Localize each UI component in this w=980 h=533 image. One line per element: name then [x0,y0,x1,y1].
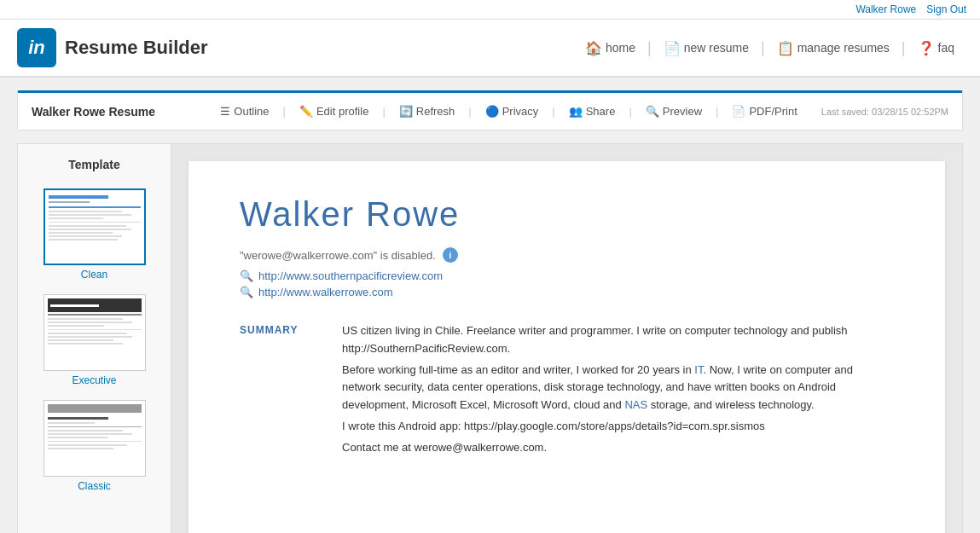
privacy-label: Privacy [502,105,539,118]
edit-profile-button[interactable]: ✏️ Edit profile [293,101,375,121]
resume-paper: Walker Rowe "werowe@walkerrowe.com" is d… [188,161,945,533]
last-saved: Last saved: 03/28/15 02:52PM [821,107,948,117]
nav-new-resume[interactable]: 📄 new resume [655,35,757,61]
template-item-clean[interactable]: Clean [18,182,171,287]
share-icon: 👥 [569,105,583,118]
website-row-1: 🔍 http://www.southernpacificreview.com [240,269,894,282]
logo-area: in Resume Builder [17,28,577,67]
toolbar-sep-6: | [716,105,718,118]
preview-icon: 🔍 [646,105,659,118]
toolbar: Walker Rowe Resume ☰ Outline | ✏️ Edit p… [17,90,963,130]
home-icon: 🏠 [585,40,602,56]
edit-profile-label: Edit profile [316,105,368,118]
privacy-button[interactable]: 🔵 Privacy [478,101,546,121]
new-resume-icon: 📄 [664,40,681,56]
nav-home[interactable]: 🏠 home [577,35,644,61]
summary-text: US citizen living in Chile. Freelance wr… [342,322,894,461]
executive-label: Executive [30,374,159,386]
toolbar-sep-3: | [468,105,471,118]
nav-divider-3: | [902,40,906,55]
nav-divider-2: | [761,40,765,55]
preview-label: Preview [663,105,702,118]
website-link-2[interactable]: http://www.walkerrowe.com [258,286,393,298]
clean-label: Clean [30,269,159,281]
pdf-print-icon: 📄 [732,105,745,118]
summary-section: SUMMARY US citizen living in Chile. Free… [240,322,894,461]
email-disabled-text: "werowe@walkerrowe.com" is disabled. [240,249,436,262]
outline-label: Outline [234,105,269,118]
privacy-icon: 🔵 [485,105,499,118]
toolbar-actions: ☰ Outline | ✏️ Edit profile | 🔄 Refresh … [213,101,803,121]
resume-name: Walker Rowe Resume [32,105,213,119]
info-icon[interactable]: i [443,247,458,263]
summary-p1: US citizen living in Chile. Freelance wr… [342,322,894,358]
nav-links: 🏠 home | 📄 new resume | 📋 manage resumes… [577,35,963,61]
outline-button[interactable]: ☰ Outline [213,101,275,121]
faq-icon: ❓ [918,40,935,56]
search-icon-1: 🔍 [240,269,253,282]
refresh-icon: 🔄 [399,105,413,118]
search-icon-2: 🔍 [240,286,253,298]
user-name-link[interactable]: Walker Rowe [855,3,916,15]
nav-home-label: home [606,41,635,55]
pdf-print-label: PDF/Print [749,105,797,118]
website-link-1[interactable]: http://www.southernpacificreview.com [258,269,443,282]
app-title: Resume Builder [65,37,208,59]
linkedin-logo: in [17,28,56,67]
toolbar-sep-5: | [629,105,631,118]
share-button[interactable]: 👥 Share [562,101,623,121]
toolbar-sep-2: | [382,105,385,118]
header: in Resume Builder 🏠 home | 📄 new resume … [0,20,980,78]
toolbar-sep-1: | [283,105,286,118]
nav-new-resume-label: new resume [684,41,749,55]
sign-out-link[interactable]: Sign Out [926,3,966,15]
refresh-button[interactable]: 🔄 Refresh [392,101,462,121]
pdf-print-button[interactable]: 📄 PDF/Print [725,101,803,121]
email-disabled-row: "werowe@walkerrowe.com" is disabled. i [240,247,894,263]
sidebar: Template Clean [17,143,171,533]
summary-p2: Before working full-time as an editor an… [342,362,894,414]
top-bar: Walker Rowe Sign Out [0,0,980,20]
nav-faq[interactable]: ❓ faq [909,35,963,61]
classic-thumbnail [43,400,146,477]
content: Walker Rowe "werowe@walkerrowe.com" is d… [171,143,963,533]
nav-divider-1: | [647,40,652,55]
toolbar-sep-4: | [552,105,554,118]
template-item-executive[interactable]: Executive [18,287,171,393]
summary-p3: I wrote this Android app: https://play.g… [342,418,894,436]
nav-manage-resumes[interactable]: 📋 manage resumes [768,35,898,61]
preview-button[interactable]: 🔍 Preview [639,101,709,121]
refresh-label: Refresh [416,105,455,118]
nav-faq-label: faq [938,41,954,55]
summary-p4: Contact me at werowe@walkerrowe.com. [342,439,894,457]
template-item-classic[interactable]: Classic [18,393,171,499]
main: Template Clean [17,143,963,533]
sidebar-title: Template [18,153,171,182]
summary-label: SUMMARY [240,322,325,461]
manage-resumes-icon: 📋 [777,40,794,56]
clean-thumbnail [43,188,146,265]
website-row-2: 🔍 http://www.walkerrowe.com [240,286,894,298]
executive-thumbnail [43,294,146,371]
share-label: Share [586,105,616,118]
nav-manage-resumes-label: manage resumes [797,41,890,55]
resume-full-name: Walker Rowe [240,195,894,234]
outline-icon: ☰ [220,105,230,118]
classic-label: Classic [30,480,159,492]
edit-profile-icon: ✏️ [299,105,313,118]
